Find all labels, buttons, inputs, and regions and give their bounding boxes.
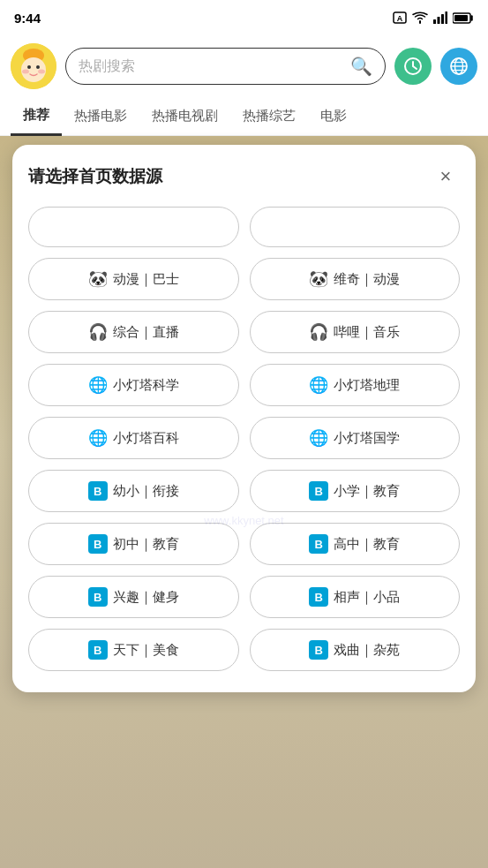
- page-background: 请选择首页数据源 × 🐼 动漫｜巴士 🐼 维奇｜动漫 🎧 综合｜直播: [0, 136, 488, 868]
- chip-chuzhong-jiaoyu[interactable]: B 初中｜教育: [28, 523, 239, 565]
- header-right: [394, 48, 477, 85]
- chip-label-xiaodengta-guoxue: 小灯塔国学: [334, 430, 400, 447]
- battery-icon: [453, 12, 474, 24]
- b-icon-7: B: [88, 640, 108, 660]
- status-bar: 9:44 A: [0, 0, 488, 35]
- chips-grid: 🐼 动漫｜巴士 🐼 维奇｜动漫 🎧 综合｜直播 🎧 哔哩｜音乐 🌐 小: [28, 258, 460, 671]
- top-chip-2[interactable]: [250, 207, 461, 247]
- chip-label-chuzhong-jiaoyu: 初中｜教育: [113, 536, 179, 553]
- close-button[interactable]: ×: [432, 162, 460, 191]
- svg-point-13: [22, 70, 29, 74]
- chip-xiaodengta-baike[interactable]: 🌐 小灯塔百科: [28, 417, 239, 459]
- chip-label-xiaodengta-dili: 小灯塔地理: [334, 377, 400, 394]
- chip-xiaodengta-dili[interactable]: 🌐 小灯塔地理: [250, 364, 461, 406]
- globe-icon-1: 🌐: [88, 375, 108, 395]
- globe-icon-2: 🌐: [309, 375, 328, 395]
- chip-weiqi-dongman[interactable]: 🐼 维奇｜动漫: [250, 258, 461, 300]
- header: 热剧搜索 🔍: [0, 35, 488, 97]
- nav-tabs: 推荐 热播电影 热播电视剧 热播综艺 电影: [0, 97, 488, 136]
- avatar-image: [11, 43, 56, 89]
- chip-label-bili-yinyue: 哔哩｜音乐: [334, 324, 400, 341]
- signal-icon: [433, 11, 447, 24]
- a-icon: A: [393, 11, 407, 25]
- status-icons: A: [393, 11, 474, 25]
- svg-rect-7: [454, 15, 468, 21]
- chip-label-xiangsheng-xiaopin: 相声｜小品: [334, 589, 400, 606]
- globe-icon: [449, 57, 469, 76]
- svg-point-14: [38, 70, 45, 74]
- b-icon-6: B: [309, 587, 328, 607]
- chip-xiaoxue-jiaoyu[interactable]: B 小学｜教育: [250, 470, 461, 512]
- svg-point-11: [27, 65, 31, 69]
- chip-bili-yinyue[interactable]: 🎧 哔哩｜音乐: [250, 311, 461, 353]
- modal-header: 请选择首页数据源 ×: [28, 162, 460, 191]
- chip-xiangsheng-xiaopin[interactable]: B 相声｜小品: [250, 576, 461, 618]
- search-icon[interactable]: 🔍: [350, 56, 372, 77]
- chip-label-xingqu-jianshen: 兴趣｜健身: [113, 589, 179, 606]
- clock-icon: [403, 57, 423, 76]
- b-icon-3: B: [88, 534, 108, 554]
- chip-label-gaozhong-jiaoyu: 高中｜教育: [334, 536, 400, 553]
- data-source-modal: 请选择首页数据源 × 🐼 动漫｜巴士 🐼 维奇｜动漫 🎧 综合｜直播: [12, 145, 476, 692]
- b-icon-5: B: [88, 587, 108, 607]
- wifi-icon: [412, 11, 428, 24]
- b-icon-8: B: [309, 640, 328, 660]
- chip-youxiao-jianjie[interactable]: B 幼小｜衔接: [28, 470, 239, 512]
- status-time: 9:44: [14, 11, 41, 26]
- globe-button[interactable]: [440, 48, 477, 85]
- top-chips-row: [28, 207, 460, 247]
- chip-dongman-bus[interactable]: 🐼 动漫｜巴士: [28, 258, 239, 300]
- chip-xingqu-jianshen[interactable]: B 兴趣｜健身: [28, 576, 239, 618]
- chip-label-youxiao-jianjie: 幼小｜衔接: [113, 483, 179, 500]
- headphone-icon-1: 🎧: [88, 322, 108, 342]
- avatar[interactable]: [11, 43, 56, 89]
- b-icon-1: B: [88, 481, 108, 501]
- chip-label-xiaodengta-baike: 小灯塔百科: [113, 430, 179, 447]
- svg-rect-3: [438, 17, 440, 24]
- chip-label-weiqi-dongman: 维奇｜动漫: [334, 271, 400, 288]
- svg-rect-4: [441, 14, 444, 24]
- svg-point-12: [36, 65, 40, 69]
- svg-text:A: A: [397, 14, 403, 23]
- chip-zonghe-zhibo[interactable]: 🎧 综合｜直播: [28, 311, 239, 353]
- chip-tianxia-meishi[interactable]: B 天下｜美食: [28, 629, 239, 671]
- chip-label-xiaoxue-jiaoyu: 小学｜教育: [334, 483, 400, 500]
- chip-xiqu-zayuan[interactable]: B 戏曲｜杂苑: [250, 629, 461, 671]
- chip-label-xiaodengta-kexue: 小灯塔科学: [113, 377, 179, 394]
- b-icon-2: B: [309, 481, 328, 501]
- tab-hot-tv[interactable]: 热播电视剧: [139, 97, 230, 136]
- b-icon-4: B: [309, 534, 328, 554]
- headphone-icon-2: 🎧: [309, 322, 328, 342]
- panda-icon-1: 🐼: [88, 269, 108, 289]
- top-chip-1[interactable]: [28, 207, 239, 247]
- svg-rect-5: [446, 11, 448, 24]
- chip-label-xiqu-zayuan: 戏曲｜杂苑: [334, 642, 400, 659]
- tab-hot-movies[interactable]: 热播电影: [62, 97, 139, 136]
- globe-icon-4: 🌐: [309, 428, 328, 448]
- panda-icon-2: 🐼: [309, 269, 328, 289]
- globe-icon-3: 🌐: [88, 428, 108, 448]
- search-bar[interactable]: 热剧搜索 🔍: [65, 48, 386, 85]
- search-placeholder: 热剧搜索: [79, 57, 350, 76]
- modal-title: 请选择首页数据源: [28, 165, 162, 188]
- tab-movies[interactable]: 电影: [308, 97, 359, 136]
- tab-recommend[interactable]: 推荐: [11, 97, 62, 136]
- chip-xiaodengta-guoxue[interactable]: 🌐 小灯塔国学: [250, 417, 461, 459]
- chip-label-zonghe-zhibo: 综合｜直播: [113, 324, 179, 341]
- chip-gaozhong-jiaoyu[interactable]: B 高中｜教育: [250, 523, 461, 565]
- history-button[interactable]: [394, 48, 432, 85]
- chip-xiaodengta-kexue[interactable]: 🌐 小灯塔科学: [28, 364, 239, 406]
- chip-label-tianxia-meishi: 天下｜美食: [113, 642, 179, 659]
- svg-rect-2: [433, 19, 436, 24]
- chip-label-dongman-bus: 动漫｜巴士: [113, 271, 179, 288]
- tab-hot-variety[interactable]: 热播综艺: [230, 97, 308, 136]
